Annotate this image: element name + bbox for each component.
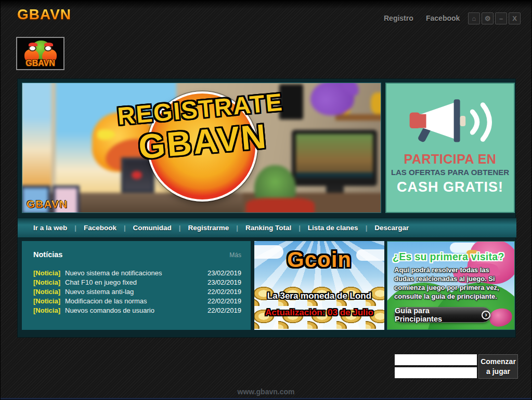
gcoin-subtitle: La 3era moneda de Lond [254, 291, 384, 301]
gcoin-banner[interactable]: Gcoin La 3era moneda de Lond Actualizaci… [254, 241, 384, 330]
username-input[interactable] [395, 354, 477, 365]
top-shade [1, 1, 531, 9]
news-title: Notícias [33, 250, 62, 259]
news-tag: [Noticia] [33, 288, 60, 296]
nav-item-clanes[interactable]: Lista de clanes [308, 224, 358, 232]
news-item-date: 22/02/2019 [207, 297, 241, 305]
first-visit-banner: ¿Es su primera visita? Aquí podrá resolv… [387, 241, 515, 330]
nav-item-registrarme[interactable]: Registrarme [188, 224, 229, 232]
beginner-guide-button[interactable]: Guía para Principiantes › [394, 307, 491, 323]
close-icon: X [512, 15, 517, 22]
gear-icon: ⚙ [485, 15, 491, 22]
nav-item-facebook[interactable]: Facebook [84, 224, 116, 232]
gcoin-title: Gcoin [254, 247, 384, 272]
news-item-date: 22/02/2019 [207, 306, 241, 314]
news-panel: Notícias Más [Noticia] Nuevo sistema de … [22, 241, 251, 330]
player-shoulders [246, 198, 315, 213]
parrot-cap-right [44, 43, 53, 46]
nav-separator: | [74, 224, 76, 232]
news-item[interactable]: [Noticia] Nuevos comandos de usuario 22/… [22, 305, 251, 315]
news-item-title: Modificacion de las normas [65, 297, 207, 305]
beginner-guide-label: Guía para Principiantes [395, 306, 477, 323]
launcher-window: GBAVN Registro Facebook ⌂ ⚙ – X GBAVN [0, 0, 532, 400]
home-button[interactable]: ⌂ [468, 12, 480, 24]
logo-box-label: GBAVN [17, 59, 63, 68]
gcoin-update: Actualización: 03 de Julio [254, 308, 384, 318]
poster-small [22, 83, 51, 187]
nav-item-web[interactable]: Ir a la web [33, 224, 67, 232]
footer-url: www.gbavn.com [1, 388, 531, 396]
news-item-date: 23/02/2019 [207, 269, 241, 277]
shelf [335, 114, 381, 121]
nav-bar: Ir a la web | Facebook | Comunidad | Reg… [18, 218, 516, 238]
promo-line2: LAS OFERTAS PARA OBTENER [386, 168, 514, 177]
news-item-date: 23/02/2019 [207, 278, 241, 286]
first-visit-body: Aquí podrá resolver todas las dudas real… [394, 265, 509, 301]
close-button[interactable]: X [509, 12, 521, 24]
news-item-title: Nuevo sistema de notificaciones [65, 269, 207, 277]
news-item-title: Nuevo sistema anti-lag [65, 288, 207, 296]
news-item[interactable]: [Noticia] Nuevo sistema de notificacione… [22, 268, 251, 277]
bottom-border [1, 398, 531, 399]
promo-line3: CASH GRATIS! [386, 179, 514, 195]
news-item-title: Nuevos comandos de usuario [65, 306, 207, 314]
nav-separator: | [236, 224, 238, 232]
first-visit-title: ¿Es su primera visita? [393, 251, 515, 263]
news-item[interactable]: [Noticia] Nuevo sistema anti-lag 22/02/2… [22, 287, 251, 296]
nav-separator: | [124, 224, 126, 232]
content-frame: REGISTRATE GBAVN GBAVN PARTICIPA EN LAS … [17, 78, 516, 338]
nav-item-descargar[interactable]: Descargar [374, 224, 409, 232]
news-tag: [Noticia] [33, 269, 60, 277]
news-item-date: 22/02/2019 [207, 288, 241, 296]
cash-promo-banner[interactable]: PARTICIPA EN LAS OFERTAS PARA OBTENER CA… [385, 83, 515, 213]
start-game-button[interactable]: Comenzar a jugar [478, 354, 518, 379]
minimize-icon: – [499, 15, 503, 22]
password-input[interactable] [395, 367, 477, 378]
nav-separator: | [179, 224, 181, 232]
news-tag: [Noticia] [33, 278, 60, 286]
logo-box: GBAVN [16, 37, 64, 70]
news-tag: [Noticia] [33, 297, 60, 305]
arrow-right-icon: › [482, 311, 490, 319]
home-icon: ⌂ [472, 15, 476, 22]
window-controls: ⌂ ⚙ – X [468, 12, 521, 24]
minimize-button[interactable]: – [495, 12, 507, 24]
monitor-screen-hud [296, 172, 373, 178]
shelf-toy-2 [371, 92, 381, 114]
nav-separator: | [299, 224, 301, 232]
news-tag: [Noticia] [33, 306, 60, 314]
megaphone-icon [406, 97, 495, 147]
nav-item-ranking[interactable]: Ranking Total [245, 224, 291, 232]
gold-coins-art [254, 283, 384, 330]
news-item[interactable]: [Noticia] Modificacion de las normas 22/… [22, 296, 251, 305]
news-more-link[interactable]: Más [229, 251, 241, 259]
nav-item-comunidad[interactable]: Comunidad [133, 224, 172, 232]
banner-watermark: GBAVN [27, 198, 68, 210]
promo-line1: PARTICIPA EN [386, 152, 514, 167]
parrot-cap-left [29, 43, 37, 46]
news-item-title: Chat F10 en juego fixed [65, 278, 207, 286]
topbar-link-facebook[interactable]: Facebook [426, 14, 460, 22]
settings-button[interactable]: ⚙ [482, 12, 494, 24]
brand-logo-text: GBAVN [17, 6, 71, 23]
registrate-banner[interactable]: REGISTRATE GBAVN GBAVN [22, 83, 381, 213]
news-list: [Noticia] Nuevo sistema de notificacione… [22, 268, 251, 315]
topbar-link-registro[interactable]: Registro [384, 14, 413, 22]
news-item[interactable]: [Noticia] Chat F10 en juego fixed 23/02/… [22, 277, 251, 287]
photo-frame-3-art [132, 171, 142, 179]
nav-separator: | [366, 224, 368, 232]
